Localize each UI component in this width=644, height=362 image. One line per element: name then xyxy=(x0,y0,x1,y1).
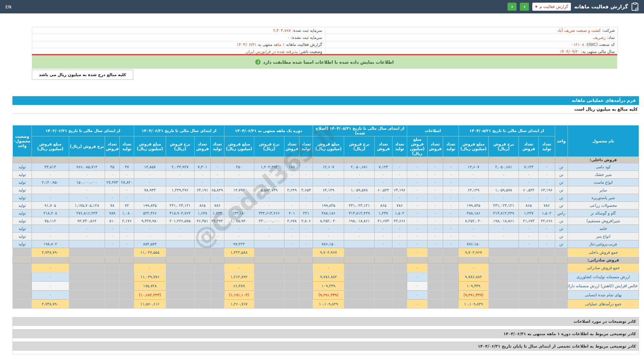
data-cell: ۹۷,۴۲۴ xyxy=(224,240,254,248)
row-label-cell: ارزش منصفانه تولیدات کشاورزی xyxy=(568,273,639,282)
data-cell: ۰ xyxy=(166,225,194,233)
amount-cell: ۱,۴۶۰,۷۶۷ xyxy=(224,300,254,309)
unit-cell: تن xyxy=(555,240,568,248)
disabled-cell xyxy=(254,282,284,291)
data-cell: ۱,۰۵۹,۵۷۸ xyxy=(488,186,519,194)
data-cell: ۸,۲۵۲,۰۴۰ xyxy=(459,217,488,225)
data-cell: ۲,۶۵۳ xyxy=(299,186,313,194)
data-cell: ۰ xyxy=(284,194,299,202)
data-cell: ۰ xyxy=(32,171,69,179)
empty-cell xyxy=(224,157,254,163)
amount-cell: ۱,۳۲۲,۵۸۸ xyxy=(224,248,254,257)
disabled-cell xyxy=(299,291,313,300)
empty-cell xyxy=(13,157,32,163)
empty-cell xyxy=(211,157,224,163)
data-cell: ۷۸۶ xyxy=(392,202,407,209)
disabled-cell xyxy=(69,291,105,300)
data-cell: ۰ xyxy=(488,194,519,202)
empty-cell xyxy=(69,257,105,263)
column-header: مبلغ فروش (میلیون ریال) xyxy=(459,136,488,157)
previous-report-button[interactable]: ‹ xyxy=(507,3,517,11)
data-cell: ۷۵,۱۱۲ xyxy=(32,217,69,225)
disabled-cell xyxy=(211,282,224,291)
disabled-cell xyxy=(284,263,299,273)
empty-cell xyxy=(254,257,284,263)
data-cell: ۱۹۸,۸۰۲ xyxy=(32,240,69,248)
data-cell: ۰ xyxy=(254,233,284,240)
disabled-cell xyxy=(166,300,194,309)
data-cell: ۰ xyxy=(120,171,134,179)
data-cell: ۰ xyxy=(459,194,488,202)
column-header: نرخ فروش (ریال) xyxy=(344,136,375,157)
data-cell: ۰ xyxy=(488,179,519,186)
total-row: جمع فروش صادراتی۰۰۰۰۰۰ xyxy=(13,263,639,273)
disabled-cell xyxy=(427,248,443,257)
info-cell: سرمایه ثبت شده: ۲,۴۰۴,۷۸۷ xyxy=(32,27,325,34)
empty-cell xyxy=(211,257,224,263)
data-cell: ۰ xyxy=(443,202,459,209)
data-cell: ۰ xyxy=(194,194,210,202)
chevron-right-icon: › xyxy=(524,4,526,10)
column-header: مبلغ فروش (میلیون ریال) xyxy=(32,136,69,157)
data-cell: ۰ xyxy=(488,171,519,179)
data-cell: ۲۳۱,۰۲۳,۱۲۱ xyxy=(344,202,375,209)
disabled-cell xyxy=(519,273,539,282)
main-content: فرم درآمدهای عملیاتی ماهانه کلیه مبالغ ب… xyxy=(12,96,639,354)
data-cell: ۰ xyxy=(254,171,284,179)
data-cell: ۰ xyxy=(407,163,428,171)
data-cell: ۱,۲۳۷ xyxy=(375,209,392,217)
disabled-cell xyxy=(105,273,120,282)
product-row: شیر(فروش مستقیم)تن۴۲,۶۶۶۴۱,۶۷۳۱۹۸,۰۱۸,۸۶… xyxy=(13,217,639,225)
data-cell: ۰ xyxy=(224,194,254,202)
amount-cell: ۴,۷۳۸,۷۹۰ xyxy=(32,248,69,257)
data-cell: ۰ xyxy=(407,217,428,225)
status-cell: تولید xyxy=(13,202,32,209)
disabled-cell xyxy=(488,263,519,273)
report-type-dropdown[interactable]: گزارش فعالیت م ▼ xyxy=(532,3,571,11)
unit-cell: راس xyxy=(555,209,568,217)
disabled-cell xyxy=(392,263,407,273)
data-cell: ۰ xyxy=(407,202,428,209)
data-cell: ۰ xyxy=(407,225,428,233)
empty-cell xyxy=(254,157,284,163)
product-name-cell: انواع پنیر xyxy=(568,233,639,240)
data-cell: ۶۴,۱۴۹ xyxy=(313,186,344,194)
disabled-cell xyxy=(443,300,459,309)
amount-cell: ۹,۷۰۴,۹۶۷ xyxy=(459,248,488,257)
language-switch[interactable]: EN xyxy=(5,4,11,9)
data-cell: ۲۷,۴۷۳ xyxy=(105,179,120,186)
status-cell: تولید xyxy=(13,194,32,202)
disabled-cell xyxy=(539,263,555,273)
product-name-cell: محصولات زراعی xyxy=(568,202,639,209)
data-cell: ۱۹۹,۸۳۵ xyxy=(313,202,344,209)
product-row: خامهتن۰۰۰۰۰۰۰۰۰۰۰۰۰۰۰۰۰۰۰۰۰۰۰تولید xyxy=(13,225,639,233)
disabled-cell xyxy=(443,282,459,291)
data-cell: ۰ xyxy=(519,179,539,186)
data-cell: ۱,۲۳۷ xyxy=(519,209,539,217)
data-cell: ۰ xyxy=(443,225,459,233)
disabled-cell xyxy=(519,291,539,300)
next-report-button[interactable]: › xyxy=(520,3,529,11)
product-row: گاو و گوساله نرراس۱,۵۰۲۱,۲۳۷۳۱۳,۸۱۲,۴۴۹۳… xyxy=(13,209,639,217)
column-header: تعداد فروش xyxy=(375,136,392,157)
column-header: نام محصول xyxy=(568,125,639,157)
data-cell: ۰ xyxy=(105,233,120,240)
amount-cell: (۱,۱۹۱,۱۰۴) xyxy=(224,291,254,300)
data-cell xyxy=(254,240,284,248)
info-cell: سرمایه ثبت نشده: ۰ xyxy=(32,34,325,41)
disabled-cell xyxy=(166,263,194,273)
disabled-cell xyxy=(69,282,105,291)
amount-cell: (۹,۴۹۱,۳۳۹) xyxy=(459,291,488,300)
data-cell: ۸۶۵ xyxy=(375,202,392,209)
empty-cell xyxy=(344,257,375,263)
data-cell: ۶۳,۱۹۱ xyxy=(194,186,210,194)
data-cell: ۰ xyxy=(166,194,194,202)
data-cell: ۰ xyxy=(427,179,443,186)
empty-cell xyxy=(313,157,344,163)
column-header: مبلغ فروش (میلیون ریال) xyxy=(407,136,428,157)
page-title: گزارش فعالیت ماهانه xyxy=(574,4,628,10)
data-cell: ۰ xyxy=(284,179,299,186)
column-group-header: اصلاحات xyxy=(407,125,459,136)
data-cell: ۱۹۸,۰۱۸,۸۶۱ xyxy=(488,217,519,225)
section-label: فروش داخلی: xyxy=(568,157,639,163)
